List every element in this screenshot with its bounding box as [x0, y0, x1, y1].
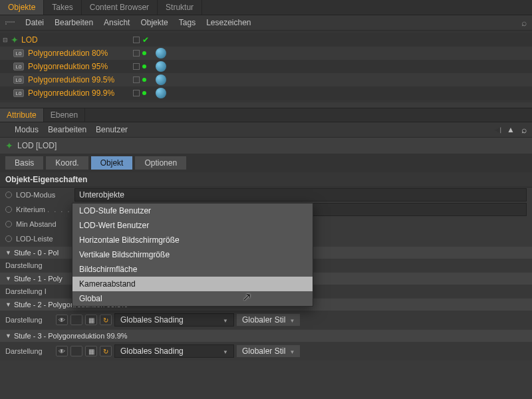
- collapse-triangle-icon[interactable]: ▼: [5, 301, 11, 308]
- prop-label: LOD-Modus: [16, 191, 74, 199]
- dropdown-item[interactable]: Vertikale Bildschirmgröße: [72, 247, 313, 262]
- darstellung-label: Darstellung: [5, 347, 53, 355]
- dropdown-item-hover[interactable]: Kameraabstand: [72, 277, 313, 291]
- tree-item[interactable]: L0 Polygonreduktion 95%: [0, 60, 532, 73]
- chevron-down-icon: [289, 346, 295, 356]
- menu-tags[interactable]: Tags: [179, 18, 196, 27]
- subtab-koord[interactable]: Koord.: [46, 156, 88, 170]
- section-title: Objekt-Eigenschaften: [0, 172, 532, 188]
- subtab-basis[interactable]: Basis: [5, 156, 43, 170]
- pixel-icon[interactable]: [85, 315, 97, 325]
- stufe-header[interactable]: ▼Stufe - 3 - Polygonreduktion 99.9%: [0, 330, 532, 342]
- tree-item-label: Polygonreduktion 99.9%: [28, 88, 114, 98]
- section-tabs: Attribute Ebenen: [0, 108, 532, 122]
- lod-leaf-icon: ✦: [5, 140, 13, 151]
- tab-ebenen[interactable]: Ebenen: [44, 108, 85, 122]
- tree-item-toggles[interactable]: [133, 76, 146, 83]
- grip-icon: [5, 21, 15, 25]
- tree-root-toggles[interactable]: ✔: [133, 35, 149, 45]
- tree-item[interactable]: L0 Polygonreduktion 80%: [0, 47, 532, 60]
- tree-root-row[interactable]: ⊟ ✦ LOD ✔: [0, 33, 532, 47]
- chevron-down-icon: [217, 315, 228, 325]
- radio-icon[interactable]: [5, 206, 12, 213]
- lo-icon: L0: [13, 89, 24, 97]
- menu-modus[interactable]: Modus: [15, 125, 39, 134]
- sphere-icon[interactable]: [156, 88, 166, 98]
- stil-button[interactable]: Globaler Stil: [237, 314, 300, 326]
- swirl-icon[interactable]: [100, 346, 112, 356]
- eye-icon[interactable]: [56, 315, 68, 325]
- darstellung-label: Darstellung: [5, 316, 53, 324]
- tab-struktur[interactable]: Struktur: [158, 0, 202, 15]
- sphere-icon[interactable]: [156, 61, 166, 72]
- attribute-menubar: Modus Bearbeiten Benutzer ⌕: [0, 122, 532, 138]
- swirl-icon[interactable]: [100, 315, 112, 325]
- darstellung-label: Darstellung I: [5, 287, 53, 295]
- sphere-tags: [156, 48, 166, 98]
- tab-content-browser[interactable]: Content Browser: [82, 0, 158, 15]
- subtab-objekt[interactable]: Objekt: [91, 156, 133, 170]
- tree-item-label: Polygonreduktion 80%: [28, 49, 108, 58]
- dropdown-item[interactable]: Bildschirmfläche: [72, 262, 313, 277]
- pixel-icon[interactable]: [85, 346, 97, 356]
- menu-datei[interactable]: Datei: [25, 18, 44, 27]
- attribute-subtabs: Basis Koord. Objekt Optionen: [0, 154, 532, 172]
- collapse-triangle-icon[interactable]: ▼: [5, 275, 11, 282]
- dropdown-item[interactable]: Horizontale Bildschirmgröße: [72, 233, 313, 247]
- chevron-down-icon: [217, 346, 228, 356]
- tree-item-toggles[interactable]: [133, 90, 146, 96]
- lo-icon: L0: [13, 76, 24, 84]
- stufe-3: ▼Stufe - 3 - Polygonreduktion 99.9% Dars…: [0, 330, 532, 360]
- darstellung-row: Darstellung Globales Shading Globaler St…: [0, 311, 532, 329]
- darstellung-row: Darstellung Globales Shading Globaler St…: [0, 342, 532, 360]
- stil-button[interactable]: Globaler Stil: [237, 345, 300, 357]
- tab-objekte[interactable]: Objekte: [0, 0, 44, 15]
- object-tree: ⊟ ✦ LOD ✔ L0 Polygonreduktion 80% L0 Pol…: [0, 31, 532, 102]
- object-title: LOD [LOD]: [17, 141, 57, 150]
- tab-takes[interactable]: Takes: [44, 0, 81, 15]
- subtab-optionen[interactable]: Optionen: [135, 156, 186, 170]
- shading-select[interactable]: Globales Shading: [114, 344, 234, 358]
- prop-value-select[interactable]: Unterobjekte: [74, 188, 527, 201]
- radio-icon[interactable]: [5, 221, 12, 227]
- nav-back-icon[interactable]: [494, 125, 500, 134]
- dropdown-item[interactable]: LOD-Stufe Benutzer: [72, 203, 313, 218]
- search-icon[interactable]: ⌕: [521, 124, 527, 135]
- radio-icon[interactable]: [5, 192, 12, 198]
- menu-lesezeichen[interactable]: Lesezeichen: [206, 18, 251, 27]
- menu-bearbeiten-attr[interactable]: Bearbeiten: [48, 125, 86, 134]
- tree-item-toggles[interactable]: [133, 50, 146, 57]
- tree-item[interactable]: L0 Polygonreduktion 99.5%: [0, 73, 532, 86]
- sphere-icon[interactable]: [156, 48, 166, 59]
- prop-label: Min Abstand: [16, 220, 74, 228]
- menu-objekte[interactable]: Objekte: [140, 18, 168, 27]
- tree-item-label: Polygonreduktion 95%: [28, 62, 108, 71]
- collapse-triangle-icon[interactable]: ▼: [5, 332, 11, 339]
- chevron-down-icon: [289, 315, 295, 325]
- tree-collapse-icon[interactable]: ⊟: [3, 37, 9, 43]
- kriterium-dropdown: LOD-Stufe Benutzer LOD-Wert Benutzer Hor…: [72, 203, 313, 307]
- search-icon[interactable]: ⌕: [521, 17, 527, 28]
- nav-up-icon[interactable]: [507, 125, 515, 134]
- dropdown-item[interactable]: Global: [72, 291, 313, 306]
- collapse-triangle-icon[interactable]: ▼: [5, 249, 11, 256]
- blank-icon[interactable]: [70, 346, 82, 356]
- menu-ansicht[interactable]: Ansicht: [104, 18, 130, 27]
- menu-benutzer[interactable]: Benutzer: [96, 125, 128, 134]
- tree-item-toggles[interactable]: [133, 63, 146, 70]
- dropdown-item[interactable]: LOD-Wert Benutzer: [72, 218, 313, 233]
- tree-root-label: LOD: [21, 35, 38, 45]
- menu-bearbeiten[interactable]: Bearbeiten: [55, 18, 93, 27]
- tree-item[interactable]: L0 Polygonreduktion 99.9%: [0, 86, 532, 100]
- tree-item-label: Polygonreduktion 99.5%: [28, 75, 114, 84]
- top-tabs: Objekte Takes Content Browser Struktur: [0, 0, 532, 15]
- prop-lod-modus: LOD-Modus Unterobjekte: [0, 188, 532, 202]
- shading-select[interactable]: Globales Shading: [114, 313, 234, 327]
- tab-attribute[interactable]: Attribute: [0, 108, 44, 122]
- eye-icon[interactable]: [56, 346, 68, 356]
- darstellung-label: Darstellung: [5, 261, 53, 269]
- blank-icon[interactable]: [70, 315, 82, 325]
- sphere-icon[interactable]: [156, 74, 166, 85]
- radio-icon[interactable]: [5, 235, 12, 242]
- prop-label: LOD-Leiste: [16, 235, 74, 243]
